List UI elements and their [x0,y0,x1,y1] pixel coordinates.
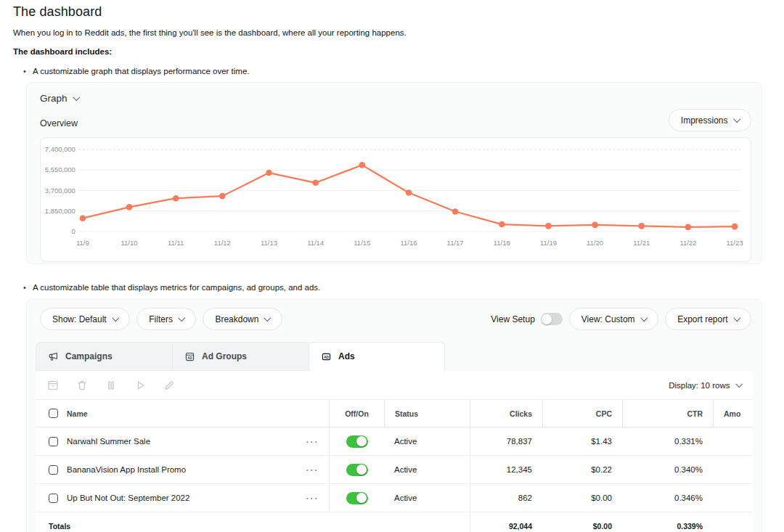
column-ctr: CTR [622,400,713,427]
ads-icon: AD [321,351,332,362]
pause-button[interactable] [105,380,117,391]
ctr-value: 0.331% [622,427,713,455]
breakdown-dropdown-label: Breakdown [215,314,258,324]
table-row: Narwahl Summer Sale ··· Active 78,837 $1… [36,427,753,456]
chart-title: Overview [40,118,751,128]
toggle-knob [356,436,367,446]
bullet-list-2: A customizable table that displays metri… [13,283,762,292]
show-dropdown[interactable]: Show: Default [40,308,130,330]
totals-label: Totals [36,512,329,532]
bullet-graph: A customizable graph that displays perfo… [33,67,762,75]
megaphone-icon [48,351,59,362]
page-title: The dashboard [13,4,762,20]
svg-text:11/19: 11/19 [540,239,557,247]
row-checkbox[interactable] [49,494,58,503]
amount-value [713,456,753,483]
ctr-value: 0.346% [622,484,713,512]
svg-text:3,700,000: 3,700,000 [45,187,75,195]
svg-text:5,550,000: 5,550,000 [45,165,75,173]
table-card: Show: Default Filters Breakdown View Set… [26,299,762,532]
svg-text:11/12: 11/12 [214,239,231,247]
onoff-toggle[interactable] [346,464,368,476]
svg-text:11/13: 11/13 [261,239,277,247]
filters-dropdown-label: Filters [149,314,173,324]
tab-ad-groups[interactable]: AD Ad Groups [172,342,309,371]
totals-row: Totals 92,044 $0.00 0.339% [36,512,753,532]
more-options-icon[interactable]: ··· [306,494,319,503]
tab-ad-groups-label: Ad Groups [202,351,247,361]
column-cpc: CPC [542,400,622,427]
status-value: Active [384,456,470,483]
view-setup-toggle[interactable] [541,313,563,325]
svg-text:11/21: 11/21 [633,239,650,247]
export-report-label: Export report [677,314,727,324]
table-content: Display: 10 rows Name Off/On Status Clic… [36,371,753,532]
pause-icon [105,380,117,391]
svg-text:11/10: 11/10 [121,239,138,247]
graph-dropdown[interactable]: Graph [40,93,78,104]
column-amount-clipped: Amo [713,400,753,427]
export-report-dropdown[interactable]: Export report [665,308,751,330]
graph-card: Graph Impressions Overview 01,850,0003,7… [26,82,762,264]
archive-icon [47,380,59,391]
table-row: Up But Not Out: September 2022 ··· Activ… [36,484,753,512]
status-value: Active [384,427,470,455]
onoff-toggle[interactable] [346,435,368,448]
table-row: BananaVision App Install Promo ··· Activ… [36,456,753,484]
chevron-down-icon [640,314,647,321]
table-toolbar: Display: 10 rows [36,371,753,400]
metric-dropdown[interactable]: Impressions [669,109,751,131]
svg-text:11/9: 11/9 [76,239,89,247]
totals-ctr: 0.339% [622,512,713,532]
view-setup: View Setup [491,313,563,325]
ad-groups-icon: AD [184,351,195,362]
svg-text:11/14: 11/14 [307,239,324,247]
filters-dropdown[interactable]: Filters [136,308,196,330]
ad-name[interactable]: Up But Not Out: September 2022 [67,494,189,502]
graph-dropdown-label: Graph [40,93,68,104]
display-rows-label: Display: 10 rows [669,381,730,390]
more-options-icon[interactable]: ··· [306,437,319,446]
svg-text:7,400,000: 7,400,000 [45,145,75,153]
chevron-down-icon [735,380,742,387]
svg-text:0: 0 [72,227,75,235]
tab-ads-label: Ads [338,351,355,361]
totals-clicks: 92,044 [470,512,542,532]
column-off-on: Off/On [329,400,384,427]
impressions-line-chart: 01,850,0003,700,0005,550,0007,400,00011/… [41,138,751,261]
breakdown-dropdown[interactable]: Breakdown [203,308,282,330]
select-all-checkbox[interactable] [49,409,58,418]
trash-icon [76,380,88,391]
chevron-down-icon [112,314,118,321]
table-tabs: Campaigns AD Ad Groups AD Ads [36,342,753,371]
intro-text: When you log in to Reddit ads, the first… [13,28,762,37]
play-button[interactable] [134,380,146,391]
ad-name[interactable]: BananaVision App Install Promo [67,465,186,474]
chevron-down-icon [179,314,185,321]
edit-button[interactable] [163,380,175,391]
display-rows-dropdown[interactable]: Display: 10 rows [669,381,741,390]
cpc-value: $0.22 [542,456,622,483]
archive-button[interactable] [47,380,59,391]
delete-button[interactable] [76,380,88,391]
row-checkbox[interactable] [49,437,58,446]
chevron-down-icon [733,314,740,321]
more-options-icon[interactable]: ··· [306,465,319,475]
onoff-toggle[interactable] [346,492,368,504]
clicks-value: 78,837 [470,427,542,455]
totals-cpc: $0.00 [542,512,622,532]
view-dropdown[interactable]: View: Custom [569,308,658,330]
metric-dropdown-label: Impressions [681,115,728,126]
column-status: Status [384,400,470,427]
svg-text:11/23: 11/23 [727,239,743,247]
tab-ads[interactable]: AD Ads [309,342,445,371]
svg-text:11/22: 11/22 [679,239,696,247]
line-chart[interactable]: 01,850,0003,700,0005,550,0007,400,00011/… [40,137,751,262]
ctr-value: 0.340% [622,456,713,483]
tab-campaigns[interactable]: Campaigns [36,342,172,371]
ad-name[interactable]: Narwahl Summer Sale [67,437,150,446]
clicks-value: 862 [470,484,542,512]
svg-text:AD: AD [324,355,329,359]
row-checkbox[interactable] [49,465,58,475]
chevron-down-icon [264,314,271,321]
